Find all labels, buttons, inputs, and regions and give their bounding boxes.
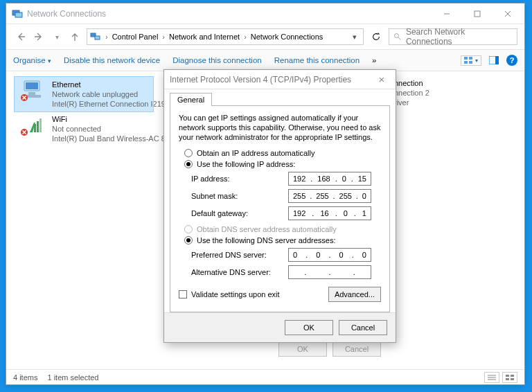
svg-rect-17 xyxy=(26,82,38,89)
svg-rect-12 xyxy=(464,61,468,64)
more-commands-button[interactable]: » xyxy=(372,56,376,64)
svg-rect-13 xyxy=(469,61,472,64)
adapter-device: Intel(R) Ethernet Connection I219-… xyxy=(52,99,176,109)
default-gateway-label: Default gateway: xyxy=(191,209,288,217)
disable-device-button[interactable]: Disable this network device xyxy=(64,56,160,64)
parent-cancel-button[interactable]: Cancel xyxy=(332,341,381,357)
adapter-name: Ethernet xyxy=(52,80,176,89)
search-input[interactable]: Search Network Connections xyxy=(389,28,517,45)
details-view-button[interactable] xyxy=(484,372,499,383)
validate-settings-checkbox[interactable] xyxy=(179,290,187,299)
svg-rect-31 xyxy=(511,378,514,380)
dialog-titlebar: Internet Protocol Version 4 (TCP/IPv4) P… xyxy=(164,70,396,89)
adapter-status: Network cable unplugged xyxy=(52,89,176,99)
help-button[interactable]: ? xyxy=(506,55,517,66)
breadcrumb-control-panel[interactable]: Control Panel xyxy=(112,33,159,41)
chevron-right-icon: › xyxy=(162,33,165,41)
back-button[interactable] xyxy=(13,29,28,44)
search-placeholder: Search Network Connections xyxy=(406,27,513,46)
ipv4-properties-dialog: Internet Protocol Version 4 (TCP/IPv4) P… xyxy=(163,69,396,343)
radio-use-following-ip[interactable]: Use the following IP address: xyxy=(184,160,381,168)
tab-general[interactable]: General xyxy=(170,93,212,106)
preferred-dns-input[interactable]: 0. 0. 0. 0 xyxy=(288,248,371,262)
window-title: Network Connections xyxy=(27,9,432,19)
organise-menu[interactable]: Organise ▾ xyxy=(13,56,51,64)
adapter-wifi[interactable]: WiFi Not connected Intel(R) Dual Band Wi… xyxy=(15,112,153,146)
close-dialog-button[interactable]: × xyxy=(373,73,390,85)
alternative-dns-input[interactable]: . . . xyxy=(288,265,371,279)
dialog-title: Internet Protocol Version 4 (TCP/IPv4) P… xyxy=(170,75,351,84)
cancel-button[interactable]: Cancel xyxy=(339,320,387,335)
subnet-mask-input[interactable]: 255. 255. 255. 0 xyxy=(288,189,371,203)
chevron-right-icon: › xyxy=(105,33,108,41)
chevron-down-icon[interactable]: ▾ xyxy=(349,33,360,42)
svg-rect-11 xyxy=(469,57,472,60)
tiles-icon xyxy=(464,57,474,64)
chevron-right-icon: › xyxy=(244,33,247,41)
rename-connection-button[interactable]: Rename this connection xyxy=(274,56,360,64)
tab-page-general: You can get IP settings assigned automat… xyxy=(170,105,390,312)
ip-address-label: IP address: xyxy=(191,175,288,183)
selection-count: 1 item selected xyxy=(47,373,98,382)
svg-rect-23 xyxy=(39,118,42,132)
radio-icon xyxy=(184,160,193,168)
ip-auto-info-text: You can get IP settings assigned automat… xyxy=(179,113,381,142)
svg-rect-22 xyxy=(37,121,39,132)
minimise-button[interactable] xyxy=(432,4,462,24)
radio-obtain-dns-auto: Obtain DNS server address automatically xyxy=(184,225,381,233)
svg-rect-18 xyxy=(28,92,35,95)
svg-rect-21 xyxy=(34,124,36,132)
breadcrumb-network-connections[interactable]: Network Connections xyxy=(251,33,323,41)
default-gateway-input[interactable]: 192. 16. 0. 1 xyxy=(288,206,371,220)
forward-button[interactable] xyxy=(31,29,46,44)
svg-rect-1 xyxy=(15,12,22,17)
chevron-down-icon: ▾ xyxy=(475,57,478,64)
large-icons-view-button[interactable] xyxy=(502,372,517,383)
view-layout-dropdown[interactable]: ▾ xyxy=(461,55,481,66)
ok-button[interactable]: OK xyxy=(285,320,333,335)
titlebar: Network Connections xyxy=(6,3,524,24)
radio-icon xyxy=(184,236,193,244)
radio-use-following-dns[interactable]: Use the following DNS server addresses: xyxy=(184,236,381,244)
alternative-dns-label: Alternative DNS server: xyxy=(191,268,288,276)
item-count: 4 items xyxy=(13,373,37,382)
address-bar[interactable]: › Control Panel › Network and Internet ›… xyxy=(87,28,364,45)
status-bar: 4 items 1 item selected xyxy=(6,369,524,384)
svg-rect-30 xyxy=(506,378,509,380)
wifi-adapter-icon xyxy=(20,114,45,136)
chevron-down-icon: ▾ xyxy=(48,57,51,64)
close-window-button[interactable] xyxy=(493,4,523,24)
parent-dialog-buttons: OK Cancel xyxy=(278,341,381,357)
radio-obtain-ip-auto[interactable]: Obtain an IP address automatically xyxy=(184,149,381,157)
preview-pane-button[interactable] xyxy=(488,55,499,66)
parent-ok-button[interactable]: OK xyxy=(278,341,327,357)
occluded-adapter-text: nnection nnection 2 river xyxy=(394,78,429,107)
diagnose-connection-button[interactable]: Diagnose this connection xyxy=(172,56,262,64)
dialog-button-row: OK Cancel xyxy=(164,312,396,342)
svg-rect-28 xyxy=(506,375,509,377)
network-connections-icon xyxy=(12,8,23,19)
svg-line-9 xyxy=(398,37,401,40)
navigation-bar: ▾ › Control Panel › Network and Internet… xyxy=(6,24,524,49)
svg-rect-15 xyxy=(495,56,499,64)
subnet-mask-label: Subnet mask: xyxy=(191,192,288,200)
ip-address-input[interactable]: 192. 168. 0. 15 xyxy=(288,172,371,186)
refresh-button[interactable] xyxy=(368,28,384,45)
svg-rect-29 xyxy=(511,375,514,377)
svg-point-8 xyxy=(394,34,398,38)
history-dropdown[interactable]: ▾ xyxy=(49,29,64,44)
svg-rect-7 xyxy=(95,36,100,39)
breadcrumb-network-internet[interactable]: Network and Internet xyxy=(169,33,240,41)
maximise-button[interactable] xyxy=(462,4,493,24)
advanced-button[interactable]: Advanced... xyxy=(328,287,381,302)
radio-icon xyxy=(184,225,193,233)
radio-icon xyxy=(184,149,193,157)
adapter-ethernet[interactable]: Ethernet Network cable unplugged Intel(R… xyxy=(15,77,153,112)
preferred-dns-label: Preferred DNS server: xyxy=(191,251,288,259)
search-icon xyxy=(393,33,402,41)
adapter-device: Intel(R) Dual Band Wireless-AC 82… xyxy=(52,134,177,143)
svg-rect-10 xyxy=(464,57,468,60)
up-button[interactable] xyxy=(67,29,82,44)
ethernet-adapter-icon xyxy=(20,80,45,102)
adapter-status: Not connected xyxy=(52,124,177,134)
